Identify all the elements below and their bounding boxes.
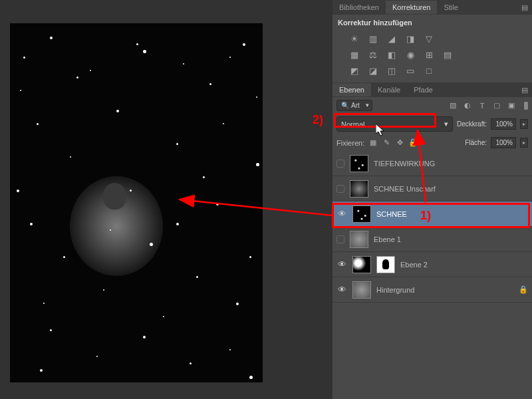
adjustment-icon-row-3: ◩ ◪ ◫ ▭ □: [332, 63, 532, 78]
blend-row: Normal ▾ Deckkraft: 100% ▸: [332, 114, 532, 134]
layer-name[interactable]: SCHNEE Unscharf: [374, 185, 436, 193]
tab-ebenen[interactable]: Ebenen: [332, 83, 371, 96]
snow-dot: [143, 336, 146, 338]
lookup-icon[interactable]: ▤: [442, 49, 454, 60]
search-icon: 🔍: [341, 102, 349, 109]
filter-smart-icon[interactable]: ▣: [507, 101, 516, 110]
bw-icon[interactable]: ◧: [386, 49, 398, 60]
tab-stile[interactable]: Stile: [437, 1, 464, 14]
layer-name[interactable]: Ebene 1: [374, 235, 401, 243]
threshold-icon[interactable]: ◫: [386, 65, 398, 76]
opacity-value[interactable]: 100%: [491, 118, 516, 130]
layer-name[interactable]: Ebene 2: [400, 261, 428, 269]
filter-type-icon[interactable]: T: [477, 101, 487, 110]
layers-panel-menu-icon[interactable]: ▤: [517, 86, 532, 94]
filter-shape-icon[interactable]: ▢: [492, 101, 501, 110]
snow-dot: [236, 303, 239, 305]
vibrance-icon[interactable]: ▽: [423, 33, 435, 44]
visibility-toggle[interactable]: 👁: [336, 209, 347, 219]
tab-pfade[interactable]: Pfade: [407, 83, 440, 96]
snow-dot: [203, 176, 205, 178]
snow-dot: [243, 43, 245, 46]
snow-dot: [183, 63, 184, 65]
lock-pixels-icon[interactable]: ✎: [382, 138, 391, 148]
panel-menu-icon[interactable]: ▤: [517, 3, 532, 12]
snow-dot: [103, 289, 104, 291]
channel-mixer-icon[interactable]: ⊞: [423, 49, 435, 60]
layer-row-4[interactable]: 👁Ebene 2: [332, 252, 532, 277]
layer-name[interactable]: Hintergrund: [376, 286, 414, 294]
posterize-icon[interactable]: ◪: [367, 65, 379, 76]
layers-tab-bar: Ebenen Kanäle Pfade ▤: [332, 82, 532, 97]
balance-icon[interactable]: ⚖: [367, 49, 379, 60]
invert-icon[interactable]: ◩: [348, 65, 360, 76]
layer-thumbnail[interactable]: [350, 231, 368, 248]
layer-row-1[interactable]: SCHNEE Unscharf: [332, 176, 532, 201]
lock-row: Fixieren: ▦ ✎ ✥ 🔒 Fläche: 100% ▸: [332, 134, 532, 151]
visibility-toggle[interactable]: [336, 160, 344, 168]
layer-thumbnail[interactable]: [350, 155, 368, 172]
snow-dot: [229, 57, 231, 58]
snow-dot: [116, 110, 119, 112]
filter-pixel-icon[interactable]: ▧: [448, 101, 458, 110]
filter-toggle[interactable]: [524, 102, 528, 110]
blend-mode-value: Normal: [341, 120, 364, 128]
snow-dot: [176, 143, 178, 145]
layer-thumbnail[interactable]: [352, 281, 371, 299]
snow-dot: [110, 229, 111, 231]
selective-color-icon[interactable]: □: [423, 65, 435, 76]
layer-row-5[interactable]: 👁Hintergrund🔒: [332, 277, 532, 303]
canvas[interactable]: [10, 23, 263, 382]
visibility-toggle[interactable]: 👁: [336, 285, 347, 295]
blend-mode-select[interactable]: Normal ▾: [336, 116, 453, 132]
layer-thumbnail[interactable]: [350, 180, 368, 198]
tab-kanaele[interactable]: Kanäle: [371, 83, 407, 96]
lock-position-icon[interactable]: ✥: [395, 138, 404, 148]
curves-icon[interactable]: ◢: [386, 33, 398, 44]
layer-thumbnail[interactable]: [352, 256, 371, 273]
hue-icon[interactable]: ▦: [348, 49, 360, 60]
layer-name[interactable]: SCHNEE: [376, 210, 407, 218]
snow-dot: [40, 369, 43, 372]
snow-dot: [50, 37, 53, 39]
snow-dot: [63, 256, 65, 258]
fill-label: Fläche:: [465, 139, 487, 146]
snow-dot: [229, 349, 231, 350]
annotation-label-2: 2): [313, 113, 323, 127]
layer-kind-filter[interactable]: 🔍Art: [336, 100, 372, 111]
layer-mask-thumbnail[interactable]: [376, 256, 395, 273]
exposure-icon[interactable]: ◨: [404, 33, 416, 44]
snow-dot: [209, 83, 211, 85]
snow-dot: [96, 356, 98, 357]
snow-dot: [70, 156, 71, 158]
fill-stepper[interactable]: ▸: [520, 138, 528, 148]
gradient-map-icon[interactable]: ▭: [404, 65, 416, 76]
tab-korrekturen[interactable]: Korrekturen: [386, 1, 437, 14]
tab-bibliotheken[interactable]: Bibliotheken: [332, 1, 386, 14]
lock-icons: ▦ ✎ ✥ 🔒: [368, 138, 418, 148]
snow-dot: [43, 303, 45, 304]
layer-row-0[interactable]: TIEFENWIRKUNG: [332, 151, 532, 176]
visibility-toggle[interactable]: 👁: [336, 259, 347, 270]
fill-value[interactable]: 100%: [491, 137, 516, 148]
canvas-figure: [70, 176, 163, 276]
layer-thumbnail[interactable]: [352, 205, 371, 223]
visibility-toggle[interactable]: [336, 185, 344, 193]
layer-row-2[interactable]: 👁SCHNEE: [332, 201, 532, 227]
opacity-stepper[interactable]: ▸: [520, 119, 528, 129]
brightness-icon[interactable]: ☀: [348, 33, 360, 44]
visibility-toggle[interactable]: [336, 235, 344, 243]
layer-name[interactable]: TIEFENWIRKUNG: [374, 160, 435, 168]
layer-row-3[interactable]: Ebene 1: [332, 227, 532, 252]
snow-dot: [249, 256, 251, 258]
snow-dot: [90, 70, 91, 71]
top-tab-bar: Bibliotheken Korrekturen Stile ▤: [332, 0, 532, 15]
filter-adjust-icon[interactable]: ◐: [463, 101, 472, 110]
levels-icon[interactable]: ▥: [367, 33, 379, 44]
adjustment-icon-row-1: ☀ ▥ ◢ ◨ ▽: [332, 31, 532, 47]
lock-all-icon[interactable]: 🔒: [408, 138, 418, 148]
lock-transparency-icon[interactable]: ▦: [368, 138, 378, 148]
photo-filter-icon[interactable]: ◉: [404, 49, 416, 60]
adjustments-title: Korrektur hinzufügen: [332, 15, 532, 31]
right-panel: Bibliotheken Korrekturen Stile ▤ Korrekt…: [332, 0, 532, 399]
